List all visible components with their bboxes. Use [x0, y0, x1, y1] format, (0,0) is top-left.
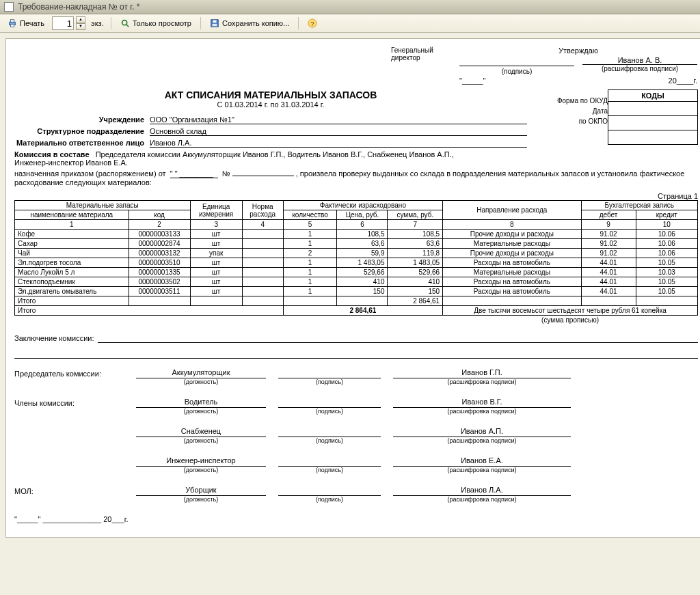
approve-word: Утверждаю: [459, 46, 697, 55]
svg-rect-2: [10, 25, 14, 27]
svg-line-4: [126, 25, 129, 27]
subtotal-row: Итого 2 864,61: [15, 296, 698, 306]
save-copy-button[interactable]: Сохранить копию...: [205, 16, 294, 31]
svg-text:?: ?: [311, 20, 314, 27]
table-row: Масло Лукойл 5 л00000001335шт1529,66529,…: [15, 268, 698, 277]
table-row: Эл.двигатель омыватель00000003511шт11501…: [15, 287, 698, 296]
floppy-icon: [210, 18, 219, 28]
signature-row: Снабженец(должность) (подпись)Иванов А.П…: [14, 427, 698, 444]
okpo-label: по ОКПО: [541, 117, 613, 125]
table-row: Кофе00000003133шт1108,5108,5Прочие доход…: [15, 230, 698, 239]
page-number: Страница 1: [14, 192, 698, 200]
toolbar: Печать ▲▼ экз. Только просмотр Сохранить…: [0, 14, 700, 33]
commission-row: Комиссия в составе Председателя комиссии…: [14, 150, 698, 167]
date-label: Дата: [541, 107, 613, 115]
year-suffix: 20____г.: [582, 77, 697, 85]
view-only-label: Только просмотр: [133, 19, 191, 27]
table-row: Сахар00000002874шт163,663,6Материальные …: [15, 239, 698, 249]
sign-caption: (подпись): [459, 68, 574, 75]
magnifier-icon: [120, 18, 130, 28]
svg-rect-6: [213, 20, 216, 23]
sign-slot: [459, 56, 574, 66]
help-icon: ?: [308, 18, 317, 28]
table-row: Стеклоподъемник00000003502шт1410410Расхо…: [15, 277, 698, 287]
view-only-button[interactable]: Только просмотр: [116, 16, 196, 31]
help-button[interactable]: ?: [303, 16, 325, 31]
signature-row: МОЛ:Уборщик(должность) (подпись)Иванов Л…: [14, 486, 698, 503]
copies-input[interactable]: [52, 16, 74, 30]
copies-spinner[interactable]: ▲▼: [76, 16, 85, 30]
window-icon: [4, 2, 14, 12]
footer-date: "_____" ______________ 20___г.: [14, 515, 698, 523]
window-titlebar: Требование-накладная № от г. *: [0, 0, 700, 14]
svg-rect-1: [10, 20, 14, 23]
window-title: Требование-накладная № от г. *: [18, 0, 140, 14]
materials-table: Материальные запасы Единица измерения Но…: [14, 200, 698, 324]
table-row: Чай00000003132упак259,9119,8Прочие доход…: [15, 249, 698, 258]
print-button[interactable]: Печать: [3, 16, 49, 31]
toolbar-separator: [298, 17, 299, 29]
gen-dir-label: Генеральный директор: [390, 46, 459, 85]
signature-row: Инженер-инспектор(должность) (подпись)Ив…: [14, 456, 698, 473]
signature-row: Председатель комиссии:Аккумуляторщик(дол…: [14, 368, 698, 385]
signature-row: Члены комиссии:Водитель(должность) (подп…: [14, 398, 698, 415]
svg-point-3: [122, 20, 126, 25]
resp-row: Материально ответственное лицоИванов Л.А…: [14, 139, 527, 148]
decode-caption: (расшифровка подписи): [582, 65, 697, 72]
printer-icon: [8, 18, 17, 28]
total-row: Итого 2 864,61 Две тысячи восемьсот шест…: [15, 306, 698, 316]
document-title: АКТ СПИСАНИЯ МАТЕРИАЛЬНЫХ ЗАПАСОВ: [14, 89, 527, 100]
document-page: Генеральный директор Утверждаю (подпись)…: [5, 38, 700, 538]
approval-block: Генеральный директор Утверждаю (подпись)…: [14, 46, 698, 85]
date-quotes: "_____": [459, 77, 574, 85]
document-period: С 01.03.2014 г. по 31.03.2014 г.: [14, 100, 527, 109]
copies-suffix: экз.: [91, 19, 104, 27]
approver-name: Иванов А. В.: [582, 56, 697, 65]
svg-rect-7: [212, 24, 217, 27]
order-row: назначенная приказом (распоряжением) от …: [14, 169, 698, 186]
toolbar-separator: [111, 17, 111, 29]
save-copy-label: Сохранить копию...: [222, 19, 289, 27]
codes-box: КОДЫ: [608, 89, 698, 145]
table-row: Эл.подогрев тосола00000003510шт11 483,05…: [15, 258, 698, 268]
org-row: УчреждениеООО "Организация №1": [14, 115, 527, 124]
print-label: Печать: [20, 19, 44, 27]
form-okud-label: Форма по ОКУД: [541, 97, 613, 105]
conclusion-row: Заключение комиссии:: [14, 334, 698, 343]
toolbar-separator: [200, 17, 201, 29]
dept-row: Структурное подразделениеОсновной склад: [14, 127, 527, 136]
